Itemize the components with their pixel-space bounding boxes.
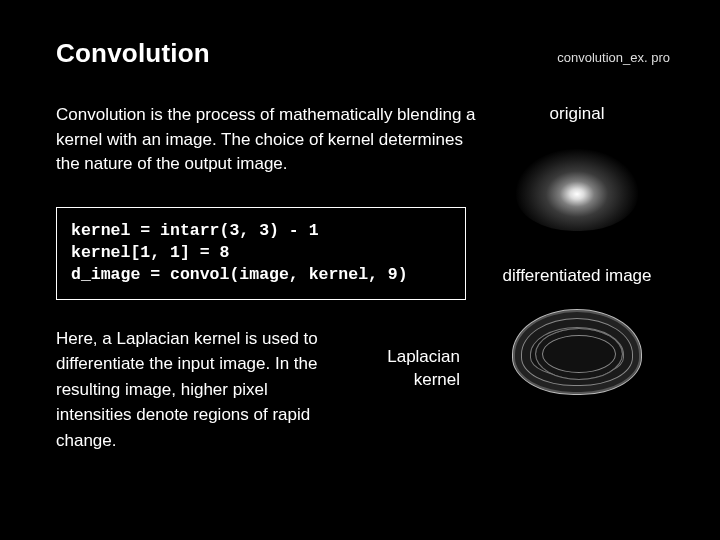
left-column: Convolution is the process of mathematic… <box>56 103 476 453</box>
intro-paragraph: Convolution is the process of mathematic… <box>56 103 476 177</box>
differentiated-caption: differentiated image <box>492 265 662 287</box>
body-row: Convolution is the process of mathematic… <box>56 103 670 453</box>
original-caption: original <box>492 103 662 125</box>
source-file-label: convolution_ex. pro <box>557 50 670 65</box>
slide: Convolution convolution_ex. pro Convolut… <box>0 0 720 540</box>
original-image <box>502 135 652 245</box>
page-title: Convolution <box>56 38 210 69</box>
ct-diff-graphic <box>512 309 642 395</box>
differentiated-image <box>502 297 652 407</box>
ct-original-graphic <box>516 149 638 231</box>
right-column: original differentiated image <box>492 103 662 453</box>
lower-row: Here, a Laplacian kernel is used to diff… <box>56 326 476 454</box>
code-block: kernel = intarr(3, 3) - 1 kernel[1, 1] =… <box>56 207 466 300</box>
kernel-caption: Laplacian kernel <box>350 346 460 454</box>
header-row: Convolution convolution_ex. pro <box>56 38 670 69</box>
explain-paragraph: Here, a Laplacian kernel is used to diff… <box>56 326 336 454</box>
